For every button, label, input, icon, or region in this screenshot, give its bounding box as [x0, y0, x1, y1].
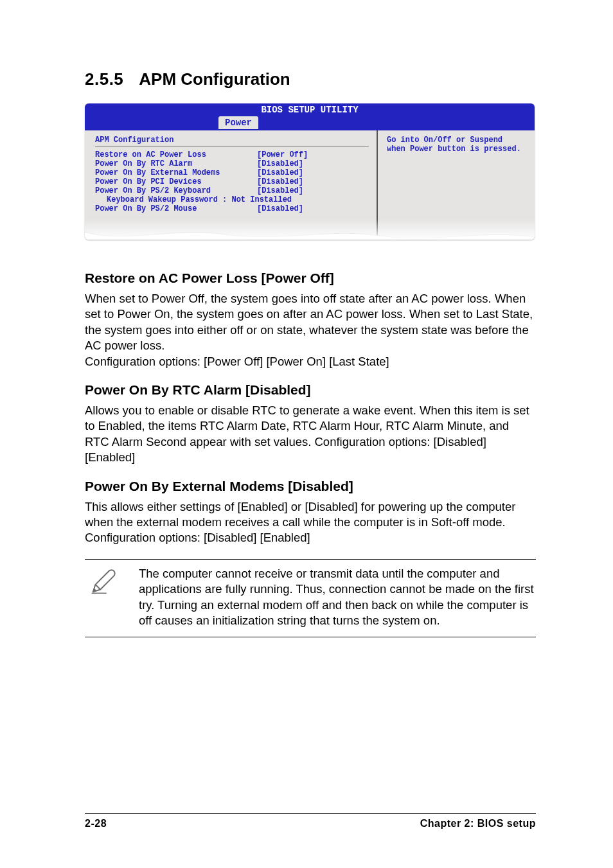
- section-number: 2.5.5: [85, 69, 123, 89]
- torn-edge-icon: [85, 227, 535, 240]
- bios-setting-row: Power On By PS/2 Keyboard[Disabled]: [95, 186, 369, 195]
- divider: [95, 146, 369, 146]
- subheading-rtc-alarm: Power On By RTC Alarm [Disabled]: [85, 382, 536, 398]
- page-number: 2-28: [85, 818, 107, 829]
- note-pencil-icon: [85, 566, 121, 597]
- bios-screenshot: BIOS SETUP UTILITY Power APM Configurati…: [85, 103, 535, 240]
- bios-panel-title: APM Configuration: [95, 136, 369, 145]
- bios-setting-value: [Disabled]: [257, 186, 303, 195]
- bios-help-text: Go into On/Off or Suspend when Power but…: [387, 136, 526, 154]
- bios-title-bar: BIOS SETUP UTILITY: [85, 103, 535, 116]
- body-external-modems: This allows either settings of [Enabled]…: [85, 499, 536, 546]
- bios-setting-label: Keyboard Wakeup Password : Not Installed: [95, 195, 257, 204]
- bios-setting-row: Power On By PS/2 Mouse[Disabled]: [95, 204, 369, 213]
- bios-setting-label: Power On By External Modems: [95, 168, 257, 177]
- bios-setting-row: Power On By PCI Devices[Disabled]: [95, 177, 369, 186]
- section-heading: 2.5.5 APM Configuration: [85, 69, 536, 89]
- body-rtc-alarm: Allows you to enable or disable RTC to g…: [85, 403, 536, 466]
- note-block: The computer cannot receive or transmit …: [85, 559, 536, 637]
- bios-menu-bar: Power: [85, 116, 535, 130]
- bios-setting-row: Power On By External Modems[Disabled]: [95, 168, 369, 177]
- bios-setting-label: Power On By PS/2 Mouse: [95, 204, 257, 213]
- subheading-restore-ac: Restore on AC Power Loss [Power Off]: [85, 270, 536, 286]
- page-footer: 2-28 Chapter 2: BIOS setup: [85, 813, 536, 829]
- bios-setting-label: Restore on AC Power Loss: [95, 150, 257, 159]
- bios-setting-value: [Disabled]: [257, 204, 303, 213]
- subheading-external-modems: Power On By External Modems [Disabled]: [85, 479, 536, 494]
- bios-setting-label: Power On By RTC Alarm: [95, 159, 257, 168]
- bios-setting-value: [Disabled]: [257, 159, 303, 168]
- bios-setting-label: Power On By PCI Devices: [95, 177, 257, 186]
- bios-left-panel: APM Configuration Restore on AC Power Lo…: [85, 130, 378, 240]
- bios-setting-row: Restore on AC Power Loss[Power Off]: [95, 150, 369, 159]
- bios-setting-value: [Power Off]: [257, 150, 308, 159]
- bios-setting-value: [Disabled]: [257, 177, 303, 186]
- bios-setting-row: Power On By RTC Alarm[Disabled]: [95, 159, 369, 168]
- bios-tab-power: Power: [218, 116, 258, 129]
- chapter-label: Chapter 2: BIOS setup: [420, 818, 536, 829]
- body-restore-ac: When set to Power Off, the system goes i…: [85, 291, 536, 369]
- bios-setting-label: Power On By PS/2 Keyboard: [95, 186, 257, 195]
- section-title: APM Configuration: [139, 69, 290, 89]
- bios-setting-row: Keyboard Wakeup Password : Not Installed: [95, 195, 369, 204]
- bios-setting-value: [Disabled]: [257, 168, 303, 177]
- bios-help-panel: Go into On/Off or Suspend when Power but…: [378, 130, 535, 240]
- note-text: The computer cannot receive or transmit …: [139, 566, 536, 629]
